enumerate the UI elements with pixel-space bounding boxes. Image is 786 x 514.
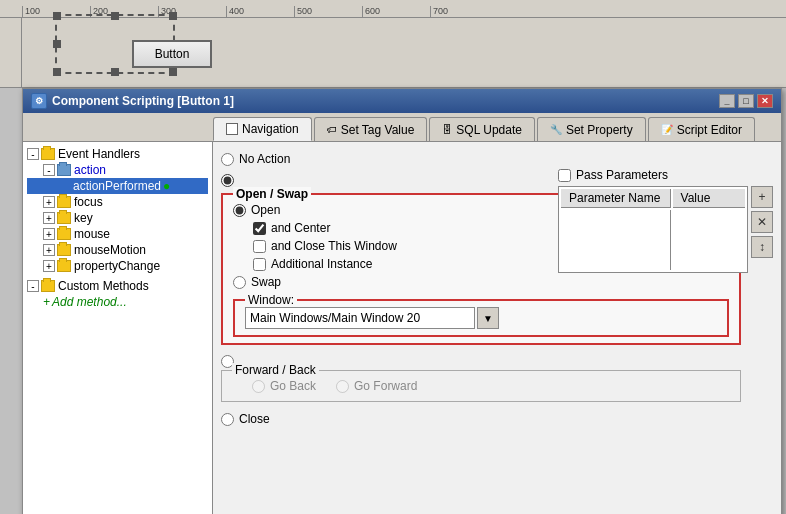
widget-selection-border: Button	[55, 14, 175, 74]
button-widget-label: Button	[155, 47, 190, 61]
resize-handle-s[interactable]	[111, 68, 119, 76]
resize-handle-sw[interactable]	[53, 68, 61, 76]
resize-handle-se[interactable]	[169, 68, 177, 76]
resize-handle-w[interactable]	[53, 40, 61, 48]
ruler-mark-400: 400	[226, 6, 294, 17]
ruler-left	[0, 18, 22, 88]
ruler-mark-700: 700	[430, 6, 498, 17]
resize-handle-n[interactable]	[111, 12, 119, 20]
canvas-area: 100 200 300 400 500 600 700 Button	[0, 0, 786, 88]
resize-handle-nw[interactable]	[53, 12, 61, 20]
ruler-mark-600: 600	[362, 6, 430, 17]
ruler-mark-500: 500	[294, 6, 362, 17]
resize-handle-ne[interactable]	[169, 12, 177, 20]
button-widget[interactable]: Button	[132, 40, 212, 68]
